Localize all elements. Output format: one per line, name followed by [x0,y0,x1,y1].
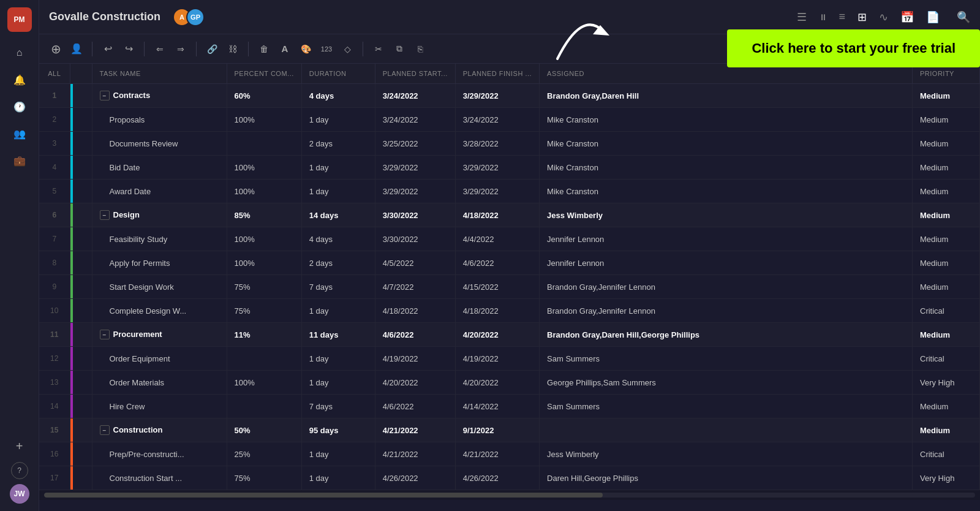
planned-finish: 4/21/2022 [455,442,539,466]
group-toggle-icon[interactable]: − [100,91,110,100]
task-table-container[interactable]: ALL TASK NAME PERCENT COM... DURATION PL… [39,64,980,511]
sidebar-item-home[interactable]: ⌂ [9,42,31,64]
task-name[interactable]: Start Design Work [92,275,227,299]
task-name[interactable]: Construction Start ... [92,466,227,490]
color-button[interactable]: 🎨 [296,40,315,58]
percent-complete: 100% [227,251,301,275]
task-name[interactable]: Order Materials [92,371,227,395]
task-name[interactable]: Order Equipment [92,347,227,371]
planned-finish: 4/4/2022 [455,227,539,251]
paste-button[interactable]: ⎘ [411,40,429,58]
document-view-icon[interactable]: 📄 [926,10,940,24]
task-name[interactable]: −Design [92,203,227,227]
col-all[interactable]: ALL [39,64,70,84]
activity-view-icon[interactable]: ∿ [879,10,888,24]
task-name[interactable]: Apply for Permits [92,251,227,275]
table-row[interactable]: 16Prep/Pre-constructi...25%1 day4/21/202… [39,442,980,466]
avatar-2[interactable]: GP [186,8,205,26]
free-trial-banner[interactable]: Click here to start your free trial [727,29,980,67]
horizontal-scrollbar[interactable] [39,490,980,500]
gantt-view-icon[interactable]: ⏸ [819,12,826,22]
redo-button[interactable]: ↪ [119,40,138,58]
sidebar-item-notifications[interactable]: 🔔 [9,69,31,91]
planned-start: 4/26/2022 [375,466,455,490]
col-planned-start[interactable]: PLANNED START... [375,64,455,84]
planned-start: 4/20/2022 [375,371,455,395]
font-button[interactable]: A [276,40,294,58]
sidebar-item-briefcase[interactable]: 💼 [9,150,31,172]
unlink-button[interactable]: ⛓ [224,40,242,58]
table-row[interactable]: 7Feasibility Study100%4 days3/30/20224/4… [39,227,980,251]
delete-button[interactable]: 🗑 [255,40,273,58]
planned-finish: 3/24/2022 [455,108,539,132]
planned-finish: 4/18/2022 [455,203,539,227]
sidebar-item-time[interactable]: 🕐 [9,96,31,118]
table-row[interactable]: 1−Contracts60%4 days3/24/20223/29/2022Br… [39,84,980,108]
indent-button[interactable]: ⇒ [172,40,190,58]
task-name[interactable]: −Procurement [92,323,227,347]
col-duration[interactable]: DURATION [301,64,375,84]
col-percent[interactable]: PERCENT COM... [227,64,301,84]
task-name[interactable]: Award Date [92,180,227,203]
user-profile-avatar[interactable]: JW [10,484,29,504]
add-user-button[interactable]: 👤 [67,40,86,58]
table-row[interactable]: 10Complete Design W...75%1 day4/18/20224… [39,299,980,323]
add-task-button[interactable]: ⊕ [47,40,65,58]
sidebar: PM ⌂ 🔔 🕐 👥 💼 + ? JW [0,0,39,511]
group-toggle-icon[interactable]: − [100,425,110,435]
percent-complete: 25% [227,442,301,466]
task-name[interactable]: −Construction [92,418,227,442]
percent-complete: 75% [227,466,301,490]
table-row[interactable]: 11−Procurement11%11 days4/6/20224/20/202… [39,323,980,347]
task-name[interactable]: Proposals [92,108,227,132]
task-name[interactable]: −Contracts [92,84,227,108]
app-logo[interactable]: PM [7,7,32,32]
outdent-button[interactable]: ⇐ [151,40,169,58]
percent-complete: 100% [227,156,301,180]
row-color-bar [70,323,92,347]
table-row[interactable]: 8Apply for Permits100%2 days4/5/20224/6/… [39,251,980,275]
undo-button[interactable]: ↩ [99,40,117,58]
table-view-icon[interactable]: ⊞ [858,10,867,24]
sidebar-item-people[interactable]: 👥 [9,123,31,145]
add-workspace-button[interactable]: + [9,435,31,457]
copy-button[interactable]: ⧉ [390,40,409,58]
calendar-view-icon[interactable]: 📅 [900,10,914,24]
row-color-bar [70,180,92,203]
cut-button[interactable]: ✂ [369,40,388,58]
table-row[interactable]: 3Documents Review2 days3/25/20223/28/202… [39,132,980,156]
table-row[interactable]: 13Order Materials100%1 day4/20/20224/20/… [39,371,980,395]
search-button[interactable]: 🔍 [957,10,970,24]
planned-finish: 3/28/2022 [455,132,539,156]
table-row[interactable]: 6−Design85%14 days3/30/20224/18/2022Jess… [39,203,980,227]
table-row[interactable]: 4Bid Date100%1 day3/29/20223/29/2022Mike… [39,156,980,180]
list-view-icon[interactable]: ☰ [797,10,807,24]
shape-button[interactable]: ◇ [338,40,356,58]
planned-finish: 4/15/2022 [455,275,539,299]
task-name[interactable]: Documents Review [92,132,227,156]
group-toggle-icon[interactable]: − [100,210,110,220]
task-name[interactable]: Bid Date [92,156,227,180]
group-toggle-icon[interactable]: − [100,330,110,339]
row-color-bar [70,108,92,132]
table-row[interactable]: 17Construction Start ...75%1 day4/26/202… [39,466,980,490]
help-button[interactable]: ? [11,462,28,479]
number-format-button[interactable]: 123 [317,40,336,58]
table-row[interactable]: 5Award Date100%1 day3/29/20223/29/2022Mi… [39,180,980,203]
table-row[interactable]: 12Order Equipment1 day4/19/20224/19/2022… [39,347,980,371]
task-name[interactable]: Feasibility Study [92,227,227,251]
table-row[interactable]: 9Start Design Work75%7 days4/7/20224/15/… [39,275,980,299]
task-name[interactable]: Hire Crew [92,395,227,418]
link-button[interactable]: 🔗 [203,40,221,58]
task-name[interactable]: Complete Design W... [92,299,227,323]
timeline-view-icon[interactable]: ≡ [839,10,845,23]
row-color-bar [70,371,92,395]
col-planned-finish[interactable]: PLANNED FINISH ... [455,64,539,84]
table-row[interactable]: 14Hire Crew7 days4/6/20224/14/2022Sam Su… [39,395,980,418]
main-content: Govalle Construction A GP ☰ ⏸ ≡ ⊞ ∿ 📅 📄 … [39,0,980,511]
task-name[interactable]: Prep/Pre-constructi... [92,442,227,466]
table-row[interactable]: 15−Construction50%95 days4/21/20229/1/20… [39,418,980,442]
table-row[interactable]: 2Proposals100%1 day3/24/20223/24/2022Mik… [39,108,980,132]
row-color-bar [70,275,92,299]
col-task-name[interactable]: TASK NAME [92,64,227,84]
